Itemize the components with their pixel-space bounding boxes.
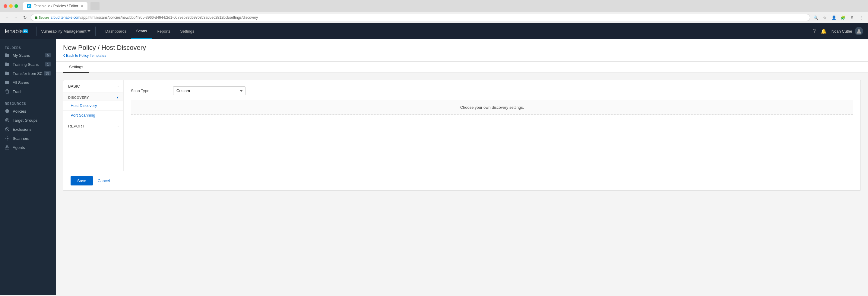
- resources-label: RESOURCES: [0, 100, 56, 107]
- back-button[interactable]: ←: [4, 14, 10, 21]
- tab-settings[interactable]: Settings: [63, 62, 89, 73]
- sidebar-item-all-scans[interactable]: All Scans: [0, 78, 56, 87]
- logo-text: tenable: [5, 28, 23, 35]
- scanners-icon: [5, 136, 10, 141]
- sidebar-item-exclusions[interactable]: Exclusions: [0, 125, 56, 134]
- tabs-bar: Settings: [56, 62, 868, 73]
- trash-label: Trash: [13, 89, 51, 94]
- sidebar-item-target-groups[interactable]: Target Groups: [0, 116, 56, 125]
- sidebar-item-training-scans[interactable]: Training Scans 1: [0, 60, 56, 69]
- svg-line-6: [6, 128, 9, 131]
- shield-icon: [5, 109, 10, 113]
- sync-icon[interactable]: S: [849, 14, 855, 21]
- nav-divider-2: [95, 27, 96, 36]
- save-button[interactable]: Save: [70, 176, 93, 185]
- exclusions-icon: [5, 127, 10, 132]
- breadcrumb[interactable]: Back to Policy Templates: [63, 53, 861, 61]
- content-area: BASIC › DISCOVERY ▾ Host Discovery Port …: [56, 73, 868, 198]
- user-name: Noah Cutler: [832, 29, 852, 33]
- page-title: New Policy / Host Discovery: [63, 44, 861, 52]
- browser-addressbar: ← → ↻ Secure cloud.tenable.com/app.html#…: [0, 12, 868, 23]
- sidebar-item-transfer[interactable]: Transfer from SC 35: [0, 69, 56, 78]
- browser-maximize-dot[interactable]: [14, 4, 18, 8]
- folders-label: FOLDERS: [0, 44, 56, 51]
- browser-titlebar: io Tenable.io / Policies / Editor ✕: [0, 0, 868, 12]
- trash-icon: [5, 89, 10, 94]
- logo[interactable]: tenable io: [5, 28, 28, 35]
- policy-body: BASIC › DISCOVERY ▾ Host Discovery Port …: [63, 80, 861, 171]
- policy-footer: Save Cancel: [63, 171, 861, 190]
- cancel-button[interactable]: Cancel: [96, 176, 111, 185]
- browser-actions: 🔍 ☆ 👤 🧩 S ⋮: [812, 14, 864, 21]
- sidebar-item-policies[interactable]: Policies: [0, 107, 56, 116]
- info-box-text: Choose your own discovery settings.: [136, 105, 848, 110]
- policy-nav-basic[interactable]: BASIC ›: [63, 80, 123, 92]
- training-scans-label: Training Scans: [13, 62, 45, 67]
- scan-type-control: Custom Default All Ports: [173, 86, 853, 95]
- app: tenable io Vulnerability Management Dash…: [0, 23, 868, 295]
- scan-type-label: Scan Type: [131, 88, 173, 93]
- notifications-icon[interactable]: 🔔: [820, 28, 827, 34]
- address-bar[interactable]: Secure cloud.tenable.com/app.html#/scans…: [31, 14, 810, 21]
- nav-dashboards[interactable]: Dashboards: [100, 23, 131, 39]
- sidebar-item-scanners[interactable]: Scanners: [0, 134, 56, 143]
- policy-panel: BASIC › DISCOVERY ▾ Host Discovery Port …: [63, 80, 861, 191]
- nav-reports[interactable]: Reports: [152, 23, 176, 39]
- browser-tab[interactable]: io Tenable.io / Policies / Editor ✕: [23, 2, 88, 10]
- logo-io: io: [23, 29, 28, 33]
- folder-icon: [5, 80, 10, 85]
- top-nav: tenable io Vulnerability Management Dash…: [0, 23, 868, 39]
- policy-nav-port-scanning[interactable]: Port Scanning: [63, 111, 123, 120]
- transfer-badge: 35: [44, 71, 51, 76]
- exclusions-label: Exclusions: [13, 127, 51, 132]
- policies-label: Policies: [13, 109, 51, 113]
- layout: FOLDERS My Scans 5 Training Scans 1: [0, 39, 868, 295]
- help-icon[interactable]: ?: [813, 28, 816, 34]
- folder-icon: [5, 71, 10, 76]
- chevron-right-icon: ›: [117, 85, 119, 88]
- svg-point-7: [7, 138, 8, 139]
- nav-scans[interactable]: Scans: [131, 23, 152, 39]
- nav-dropdown[interactable]: Vulnerability Management: [39, 29, 93, 33]
- secure-indicator: Secure: [35, 16, 49, 19]
- tab-favicon: io: [27, 4, 31, 8]
- info-box: Choose your own discovery settings.: [131, 100, 853, 115]
- all-scans-label: All Scans: [13, 80, 51, 85]
- nav-right: ? 🔔 Noah Cutler: [813, 27, 863, 35]
- sidebar-item-my-scans[interactable]: My Scans 5: [0, 51, 56, 60]
- sidebar-item-agents[interactable]: Agents: [0, 143, 56, 152]
- nav-links: Dashboards Scans Reports Settings: [100, 23, 199, 39]
- bookmark-icon[interactable]: ☆: [822, 14, 828, 21]
- policy-sidebar: BASIC › DISCOVERY ▾ Host Discovery Port …: [63, 80, 124, 171]
- user-menu[interactable]: Noah Cutler: [832, 27, 863, 35]
- sidebar-item-trash[interactable]: Trash: [0, 87, 56, 96]
- agents-label: Agents: [13, 145, 51, 150]
- tab-close-button[interactable]: ✕: [81, 4, 83, 8]
- main-content: New Policy / Host Discovery Back to Poli…: [56, 39, 868, 295]
- browser-minimize-dot[interactable]: [9, 4, 13, 8]
- agents-icon: [5, 145, 10, 150]
- chevron-right-icon-2: ›: [117, 125, 119, 128]
- extension-icon[interactable]: 🧩: [840, 14, 846, 21]
- policy-main: Scan Type Custom Default All Ports: [124, 80, 861, 171]
- training-scans-badge: 1: [45, 62, 51, 66]
- policy-nav-report[interactable]: REPORT ›: [63, 120, 123, 132]
- browser-chrome: io Tenable.io / Policies / Editor ✕ ← → …: [0, 0, 868, 23]
- scan-type-select[interactable]: Custom Default All Ports: [173, 86, 246, 95]
- nav-divider: [36, 27, 36, 36]
- search-icon[interactable]: 🔍: [812, 14, 819, 21]
- browser-close-dot[interactable]: [4, 4, 7, 8]
- transfer-label: Transfer from SC: [13, 71, 44, 76]
- scan-type-row: Scan Type Custom Default All Ports: [131, 86, 853, 95]
- policy-nav-discovery[interactable]: DISCOVERY ▾: [63, 92, 123, 101]
- nav-settings[interactable]: Settings: [175, 23, 199, 39]
- forward-button[interactable]: →: [13, 14, 19, 21]
- menu-icon[interactable]: ⋮: [858, 14, 864, 21]
- avatar: [855, 27, 863, 35]
- new-tab-button[interactable]: [91, 2, 99, 10]
- policy-nav-host-discovery[interactable]: Host Discovery: [63, 101, 123, 111]
- profile-icon[interactable]: 👤: [831, 14, 837, 21]
- target-groups-label: Target Groups: [13, 118, 51, 123]
- svg-rect-0: [35, 17, 37, 19]
- refresh-button[interactable]: ↻: [22, 14, 28, 21]
